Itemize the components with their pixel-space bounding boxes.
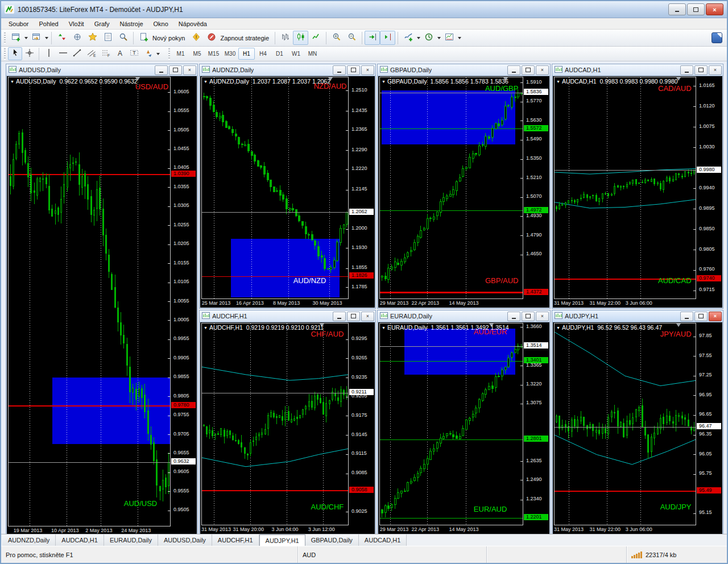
price-axis[interactable]: 1.01651.01201.00751.00300.99400.98950.98… [696,76,722,299]
child-restore-button[interactable] [347,312,360,321]
chart-plot-area[interactable]: ▼EURAUD,Daily 1.3561 1.3561 1.3492 1.351… [379,323,523,525]
zoom-out-button[interactable] [344,31,359,45]
price-axis[interactable]: 97.8597.5597.2596.9596.6596.3596.0595.75… [696,322,722,525]
child-close-button[interactable]: × [709,312,722,321]
autotrading-button[interactable] [204,31,219,45]
templates-button[interactable] [441,31,457,45]
zoom-in-button[interactable] [329,31,344,45]
chart-tab-audchf-h1[interactable]: AUDCHF,H1 [212,534,259,546]
market-watch-button[interactable] [54,31,69,45]
price-axis[interactable]: 1.06051.05551.05051.04551.04051.03551.03… [171,76,197,526]
templates-dropdown-arrow[interactable] [457,31,462,44]
menu-item-grafy[interactable]: Grafy [89,19,115,28]
price-axis[interactable]: 1.59101.57701.56301.54901.53501.52101.50… [523,76,549,299]
menu-item-nástroje[interactable]: Nástroje [115,19,148,28]
child-window-titlebar[interactable]: AUDUSD,Daily× [6,64,197,76]
child-close-button[interactable]: × [183,65,196,75]
hline-button[interactable] [56,47,70,60]
data-window-button[interactable] [100,31,115,45]
periods-button[interactable] [421,31,436,45]
time-axis[interactable]: 31 May 201331 May 22:003 Jun 06:00 [553,525,696,534]
price-axis[interactable]: 0.92950.92650.92350.92050.91750.91450.91… [349,322,375,525]
line-chart-button[interactable] [308,31,324,45]
news-badge-icon[interactable] [712,32,722,43]
timeframe-mn-button[interactable]: MN [304,48,321,60]
timeframe-m30-button[interactable]: M30 [222,48,238,60]
profiles-dropdown-arrow[interactable] [44,31,49,44]
child-restore-button[interactable] [347,65,360,75]
arrows-dropdown-arrow[interactable] [155,47,160,60]
child-restore-button[interactable] [694,312,708,321]
child-window-titlebar[interactable]: GBPAUD,Daily× [378,64,550,76]
child-window-titlebar[interactable]: AUDNZD,Daily× [200,64,375,76]
chart-plot-area[interactable]: ▼AUDNZD,Daily 1.2037 1.2087 1.2037 1.206… [201,77,349,299]
crosshair-button[interactable] [22,47,36,60]
time-axis[interactable]: 29 Mar 201322 Apr 201314 May 2013 [378,299,523,308]
minimize-button[interactable] [668,3,686,15]
arrows-button[interactable] [141,47,155,60]
chart-tab-euraud-daily[interactable]: EURAUD,Daily [104,534,158,546]
chart-tab-audnzd-daily[interactable]: AUDNZD,Daily [2,534,56,546]
menu-item-vložit[interactable]: Vložit [64,19,89,28]
menu-item-pohled[interactable]: Pohled [34,19,63,28]
child-window-titlebar[interactable]: AUDCHF,H1× [200,310,375,322]
menu-item-okno[interactable]: Okno [148,19,173,28]
child-restore-button[interactable] [522,65,535,75]
child-minimize-button[interactable] [333,65,346,75]
chart-tab-audcad-h1[interactable]: AUDCAD,H1 [359,534,407,546]
time-axis[interactable]: 31 May 201331 May 20:003 Jun 04:003 Jun … [200,525,349,534]
timeframe-w1-button[interactable]: W1 [288,48,304,60]
price-axis[interactable]: 1.36601.33651.32201.30751.26351.24901.23… [523,322,549,525]
label-button[interactable]: T [127,47,141,60]
chart-plot-area[interactable]: ▼AUDJPY,H1 96.52 96.52 96.43 96.47JPY/AU… [554,323,696,525]
child-close-button[interactable]: × [536,65,549,75]
bars-button[interactable] [278,31,293,45]
timeframe-d1-button[interactable]: D1 [271,48,288,60]
navigator-button[interactable] [85,31,100,45]
chart-tab-audjpy-h1[interactable]: AUDJPY,H1 [259,534,305,546]
chart-tab-audusd-daily[interactable]: AUDUSD,Daily [158,534,212,546]
chart-tab-gbpaud-daily[interactable]: GBPAUD,Daily [305,534,359,546]
child-restore-button[interactable] [522,312,535,321]
price-axis[interactable]: 1.25101.24351.23651.22901.22201.21451.20… [349,76,375,299]
child-minimize-button[interactable] [507,312,520,321]
timeframe-m5-button[interactable]: M5 [189,48,205,60]
timeframe-m15-button[interactable]: M15 [205,48,222,60]
trendline-button[interactable] [70,47,84,60]
new-order-button[interactable] [136,31,151,45]
autotrading-label[interactable]: Zapnout strategie [220,35,269,42]
chart-plot-area[interactable]: ▼AUDCHF,H1 0.9219 0.9219 0.9210 0.9211CH… [201,323,349,525]
new-chart-button[interactable] [8,31,23,45]
timeframe-h1-button[interactable]: H1 [238,48,255,60]
periods-dropdown-arrow[interactable] [436,31,441,44]
channel-button[interactable]: E [84,47,98,60]
vline-button[interactable] [42,47,56,60]
fibo-button[interactable]: F [98,47,113,60]
restore-button[interactable] [687,3,705,15]
child-minimize-button[interactable] [680,65,693,75]
child-close-button[interactable]: × [361,65,374,75]
time-axis[interactable]: 29 Mar 201322 Apr 201314 May 2013 [378,525,523,534]
timeframe-h4-button[interactable]: H4 [255,48,271,60]
child-close-button[interactable]: × [709,65,722,75]
menu-item-soubor[interactable]: Soubor [3,19,34,28]
new-order-label[interactable]: Nový pokyn [152,35,185,42]
candles-button[interactable] [293,31,308,45]
time-axis[interactable]: 25 Mar 201316 Apr 20138 May 201330 May 2… [200,299,349,308]
title-bar[interactable]: 1001857345: LiteForex MT4 - Demoúčet - A… [1,1,727,18]
text-button[interactable]: A [113,47,127,60]
chart-tab-audcad-h1[interactable]: AUDCAD,H1 [56,534,104,546]
child-window-titlebar[interactable]: EURAUD,Daily× [378,310,550,322]
chart-plot-area[interactable]: ▼AUDCAD,H1 0.9983 0.9983 0.9980 0.9980CA… [554,77,696,299]
metaeditor-button[interactable]: ! [188,31,204,45]
time-axis[interactable]: 19 Mar 201310 Apr 20132 May 201324 May 2… [7,526,171,534]
cursor-button[interactable] [8,47,22,60]
chart-plot-area[interactable]: ▼AUDUSD,Daily 0.9622 0.9652 0.9590 0.963… [8,77,171,526]
indicators-button[interactable] [400,31,416,45]
child-window-titlebar[interactable]: AUDCAD,H1× [552,64,723,76]
chart-shift-button[interactable] [380,31,395,45]
child-restore-button[interactable] [169,65,182,75]
child-restore-button[interactable] [694,65,708,75]
terminal-button[interactable] [69,31,85,45]
new-chart-dropdown-arrow[interactable] [23,31,28,44]
